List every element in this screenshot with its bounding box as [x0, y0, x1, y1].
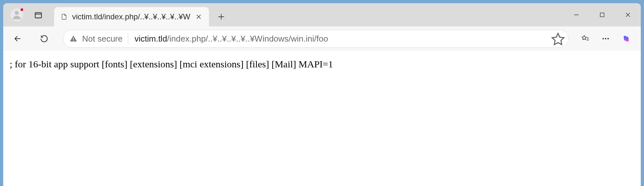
url-path: /index.php/..¥..¥..¥..¥..¥Windows/win.in…	[167, 34, 328, 44]
refresh-icon	[40, 34, 48, 43]
close-icon	[196, 14, 201, 19]
svg-marker-15	[582, 35, 586, 40]
addressbar-divider	[128, 33, 128, 44]
notification-dot-icon	[20, 8, 24, 12]
svg-marker-14	[552, 34, 564, 45]
copilot-icon	[622, 34, 630, 43]
page-favicon-icon	[61, 13, 68, 20]
profile-button[interactable]	[10, 8, 23, 21]
svg-point-21	[607, 38, 609, 39]
window-controls	[564, 3, 641, 26]
titlebar: victim.tld/index.php/..¥..¥..¥..¥..¥W	[3, 3, 641, 26]
page-body-text: ; for 16-bit app support [fonts] [extens…	[10, 59, 333, 69]
security-status-label: Not secure	[82, 34, 123, 44]
tab-actions-button[interactable]	[32, 9, 44, 21]
url-text: victim.tld/index.php/..¥..¥..¥..¥..¥Wind…	[135, 34, 551, 44]
new-tab-button[interactable]	[212, 8, 230, 26]
maximize-icon	[599, 12, 605, 18]
svg-rect-1	[35, 13, 42, 18]
tab-title: victim.tld/index.php/..¥..¥..¥..¥..¥W	[72, 12, 190, 21]
copilot-button[interactable]	[618, 30, 635, 47]
close-window-button[interactable]	[615, 5, 641, 24]
refresh-button[interactable]	[35, 30, 53, 47]
settings-menu-button[interactable]	[597, 30, 614, 47]
page-content: ; for 16-bit app support [fonts] [extens…	[3, 51, 641, 186]
svg-point-0	[15, 11, 19, 15]
favorites-list-button[interactable]	[576, 30, 594, 47]
toolbar: Not secure victim.tld/index.php/..¥..¥..…	[3, 26, 641, 51]
favorite-button[interactable]	[551, 32, 565, 46]
active-tab[interactable]: victim.tld/index.php/..¥..¥..¥..¥..¥W	[54, 7, 209, 26]
back-button[interactable]	[9, 30, 26, 47]
svg-rect-8	[600, 13, 604, 17]
svg-rect-13	[73, 40, 74, 41]
close-icon	[625, 12, 631, 18]
maximize-button[interactable]	[589, 5, 615, 24]
minimize-button[interactable]	[564, 5, 589, 24]
url-host: victim.tld	[135, 34, 167, 44]
not-secure-warning-icon	[69, 34, 78, 43]
svg-rect-12	[73, 38, 74, 40]
star-icon	[551, 32, 565, 46]
arrow-left-icon	[14, 34, 22, 43]
ellipsis-icon	[601, 34, 610, 43]
star-list-icon	[581, 34, 589, 43]
svg-point-20	[605, 38, 606, 39]
address-bar[interactable]: Not secure victim.tld/index.php/..¥..¥..…	[63, 30, 569, 48]
plus-icon	[218, 13, 225, 20]
tab-actions-icon	[34, 11, 43, 19]
browser-window: victim.tld/index.php/..¥..¥..¥..¥..¥W	[3, 3, 641, 186]
minimize-icon	[573, 12, 580, 18]
tab-close-button[interactable]	[193, 11, 204, 23]
svg-point-19	[602, 38, 604, 39]
